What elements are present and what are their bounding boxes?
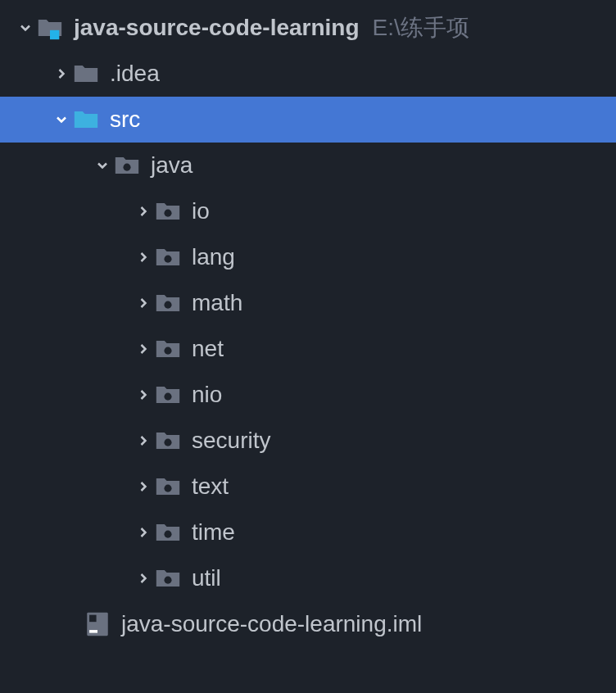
svg-point-4	[164, 301, 171, 309]
package-folder-icon	[154, 289, 182, 317]
folder-label: time	[192, 519, 235, 546]
svg-point-5	[164, 347, 171, 355]
svg-rect-12	[89, 615, 97, 623]
svg-point-10	[164, 577, 171, 584]
svg-point-3	[164, 256, 171, 263]
tree-row-java[interactable]: java	[0, 143, 616, 188]
idea-file-icon	[84, 610, 111, 638]
chevron-right-icon	[51, 63, 72, 84]
tree-row-util[interactable]: util	[0, 555, 616, 601]
folder-label: nio	[192, 382, 222, 408]
tree-row-text[interactable]: text	[0, 464, 616, 510]
package-folder-icon	[154, 243, 182, 271]
package-folder-icon	[154, 197, 182, 225]
chevron-down-icon	[51, 109, 72, 130]
root-path: E:\练手项	[373, 12, 469, 43]
chevron-right-icon	[133, 568, 154, 589]
folder-label: src	[110, 106, 140, 133]
tree-row-nio[interactable]: nio	[0, 372, 616, 418]
folder-label: math	[192, 290, 242, 316]
file-label: java-source-code-learning.iml	[121, 611, 422, 637]
chevron-right-icon	[133, 476, 154, 497]
svg-point-7	[164, 439, 171, 446]
svg-point-1	[123, 164, 130, 171]
folder-label: net	[192, 336, 224, 362]
package-folder-icon	[154, 427, 182, 455]
folder-label: text	[192, 473, 229, 500]
package-folder-icon	[154, 335, 182, 363]
folder-icon	[72, 60, 100, 88]
chevron-right-icon	[133, 522, 154, 543]
package-folder-icon	[113, 152, 141, 179]
source-folder-icon	[72, 106, 100, 134]
chevron-right-icon	[133, 247, 154, 268]
svg-rect-0	[50, 30, 59, 39]
folder-label: io	[192, 198, 210, 224]
folder-label: security	[192, 428, 270, 454]
package-folder-icon	[154, 473, 182, 500]
tree-row-root[interactable]: java-source-code-learning E:\练手项	[0, 5, 616, 51]
folder-label: .idea	[110, 61, 160, 87]
tree-row-security[interactable]: security	[0, 418, 616, 464]
project-folder-icon	[36, 14, 64, 42]
tree-row-lang[interactable]: lang	[0, 234, 616, 280]
svg-point-9	[164, 531, 171, 538]
tree-row-idea[interactable]: .idea	[0, 51, 616, 97]
tree-row-io[interactable]: io	[0, 188, 616, 234]
root-label: java-source-code-learning	[74, 15, 360, 41]
chevron-right-icon	[133, 201, 154, 222]
folder-label: java	[151, 152, 192, 179]
tree-row-iml-file[interactable]: java-source-code-learning.iml	[0, 601, 616, 647]
svg-rect-13	[89, 630, 97, 633]
folder-label: util	[192, 565, 221, 591]
svg-point-6	[164, 393, 171, 401]
svg-point-8	[164, 485, 171, 492]
tree-row-net[interactable]: net	[0, 326, 616, 372]
tree-row-src[interactable]: src	[0, 97, 616, 143]
tree-row-time[interactable]: time	[0, 510, 616, 555]
chevron-right-icon	[133, 292, 154, 314]
chevron-down-icon	[92, 155, 113, 176]
package-folder-icon	[154, 564, 182, 592]
chevron-right-icon	[133, 384, 154, 405]
package-folder-icon	[154, 381, 182, 409]
chevron-right-icon	[133, 430, 154, 451]
svg-point-2	[164, 210, 171, 217]
folder-label: lang	[192, 244, 235, 270]
package-folder-icon	[154, 519, 182, 546]
tree-row-math[interactable]: math	[0, 280, 616, 326]
chevron-down-icon	[15, 17, 36, 38]
chevron-right-icon	[133, 338, 154, 360]
